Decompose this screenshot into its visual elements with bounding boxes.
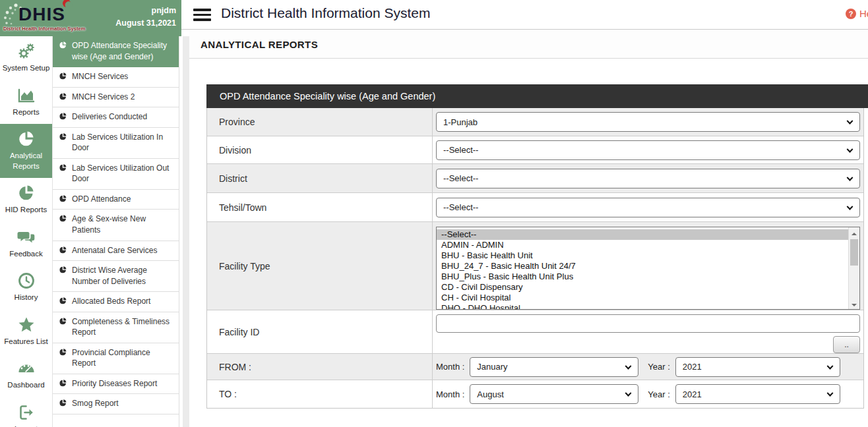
sidebar-item-reports[interactable]: Reports [0,80,52,125]
sidebar-item-history[interactable]: History [0,266,52,310]
sidebar-item-features-list[interactable]: Features List [0,310,52,354]
pie-chart-icon [59,72,67,80]
menu-item-opd-attendance[interactable]: OPD Attendance [53,190,179,210]
pie-chart-icon [2,130,50,149]
menu-item-label: Lab Services Utilization In Door [72,132,175,154]
sidebar-item-feedback[interactable]: Feedback [0,222,52,266]
district-select[interactable]: --Select-- [436,169,860,188]
session-date: August 31,2021 [115,17,176,30]
section-title: ANALYTICAL REPORTS [189,39,318,50]
facility-type-option[interactable]: CH - Civil Hospital [437,293,848,303]
sidebar-scrollbar[interactable] [183,36,189,427]
gears-icon [2,42,50,61]
menu-item-provincial-compliance-report[interactable]: Provincial Compliance Report [53,343,179,374]
menu-item-age-sex-wise-new-patients[interactable]: Age & Sex-wise New Patients [53,210,179,241]
sidebar-item-label: Logout [15,425,38,427]
icon-sidebar: System SetupReportsAnalytical ReportsHID… [0,36,53,427]
facility-type-option[interactable]: BHU - Basic Health Unit [437,250,848,261]
sidebar-item-label: Features List [4,337,47,345]
to-year-select[interactable]: 2021 [675,384,840,404]
facility-type-option[interactable]: BHU_24_7 - Basic Health Unit 24/7 [437,261,848,271]
menu-item-label: OPD Attendance [72,194,131,205]
sidebar-item-label: HID Reports [5,206,47,214]
menu-item-mnch-services[interactable]: MNCH Services [53,67,179,88]
facility-type-option[interactable]: BHU_Plus - Basic Health Unit Plus [437,271,848,282]
clock-icon [2,271,50,291]
menu-item-label: MNCH Services 2 [72,92,135,103]
menu-item-opd-attendance-speciality-wise-age-and-g[interactable]: OPD Attendance Speciality wise (Age and … [53,36,179,67]
menu-item-allocated-beds-report[interactable]: Allocated Beds Report [53,292,179,312]
sidebar-item-system-setup[interactable]: System Setup [0,36,52,80]
listbox-scrollbar[interactable] [848,227,859,309]
division-row: Division --Select-- [207,136,863,164]
to-month-select[interactable]: August [470,384,638,404]
pie-chart-icon [59,317,67,326]
pie-chart-icon [59,399,67,407]
menu-item-label: OPD Attendance Speciality wise (Age and … [72,40,175,62]
menu-item-priority-diseases-report[interactable]: Priority Diseases Report [53,374,179,395]
facility-type-option[interactable]: DHQ - DHQ Hospital [437,303,848,310]
facility-id-label: Facility ID [207,310,433,353]
menu-item-lab-services-utilization-out-door[interactable]: Lab Services Utilization Out Door [53,159,179,190]
facility-id-browse-button[interactable]: .. [833,336,860,353]
sidebar-item-analytical-reports[interactable]: Analytical Reports [0,124,52,178]
district-label: District [207,164,433,192]
province-select[interactable]: 1-Punjab [436,112,860,132]
from-month-label: Month : [436,362,464,372]
pie-chart-icon [59,112,67,121]
facility-id-input[interactable] [436,314,860,333]
menu-item-label: Completeness & Timeliness Report [72,316,175,338]
chevron-down-icon [847,118,853,125]
help-link[interactable]: ? Help [846,8,868,19]
division-select[interactable]: --Select-- [436,140,860,160]
facility-type-option[interactable]: --Select-- [437,229,848,240]
to-month-value: August [477,389,503,399]
sidebar-item-label: Feedback [9,250,43,258]
username: pnjdm [115,5,176,17]
pie-chart-icon [59,297,67,305]
to-label: TO : [207,380,433,408]
menu-item-completeness-timeliness-report[interactable]: Completeness & Timeliness Report [53,312,179,343]
division-label: Division [207,136,433,163]
report-filter-panel: OPD Attendance Speciality wise (Age and … [206,84,868,409]
menu-item-antenatal-care-services[interactable]: Antenatal Care Services [53,241,179,262]
facility-type-row: Facility Type --Select--ADMIN - ADMINBHU… [207,222,863,310]
menu-item-lab-services-utilization-in-door[interactable]: Lab Services Utilization In Door [53,128,179,159]
menu-item-mnch-services-2[interactable]: MNCH Services 2 [53,88,179,108]
main-content: OPD Attendance Speciality wise (Age and … [189,59,868,427]
logo-title: DHIS [18,4,65,25]
chevron-down-icon [847,146,853,152]
menu-item-smog-report[interactable]: Smog Report [53,394,179,414]
hamburger-menu-icon[interactable] [193,9,211,21]
help-label: Help [859,8,868,19]
tehsil-select[interactable]: --Select-- [436,198,860,217]
district-select-value: --Select-- [443,173,478,183]
menu-item-label: Age & Sex-wise New Patients [72,214,175,235]
chevron-down-icon [625,362,632,369]
sidebar-item-dashboard[interactable]: Dashboard [0,353,52,397]
from-year-value: 2021 [683,362,702,372]
tehsil-row: Tehsil/Town --Select-- [207,193,863,222]
star-icon [2,316,50,335]
from-year-select[interactable]: 2021 [675,357,840,377]
facility-type-option[interactable]: ADMIN - ADMIN [437,240,848,250]
scroll-down-icon[interactable] [849,299,859,309]
to-date-row: TO : Month : August Year : 2021 [207,380,863,408]
province-select-value: 1-Punjab [443,117,478,127]
comments-icon [2,228,50,247]
district-row: District --Select-- [207,164,863,193]
tehsil-label: Tehsil/Town [207,193,433,221]
to-year-label: Year : [648,389,670,399]
sidebar-item-logout[interactable]: Logout [0,397,52,427]
menu-item-district-wise-average-number-of-deliveri[interactable]: District Wise Average Number of Deliveri… [53,261,179,292]
scroll-up-icon[interactable] [849,227,859,238]
from-month-value: January [477,362,507,372]
sidebar-item-hid-reports[interactable]: HID Reports [0,178,52,222]
province-label: Province [207,108,433,136]
from-month-select[interactable]: January [470,357,638,377]
pie-chart-icon [59,379,67,387]
scrollbar-thumb[interactable] [850,239,858,266]
facility-type-option[interactable]: CD - Civil Dispensary [437,282,848,293]
menu-item-deliveries-conducted[interactable]: Deliveries Conducted [53,107,179,128]
facility-type-listbox[interactable]: --Select--ADMIN - ADMINBHU - Basic Healt… [436,227,860,310]
